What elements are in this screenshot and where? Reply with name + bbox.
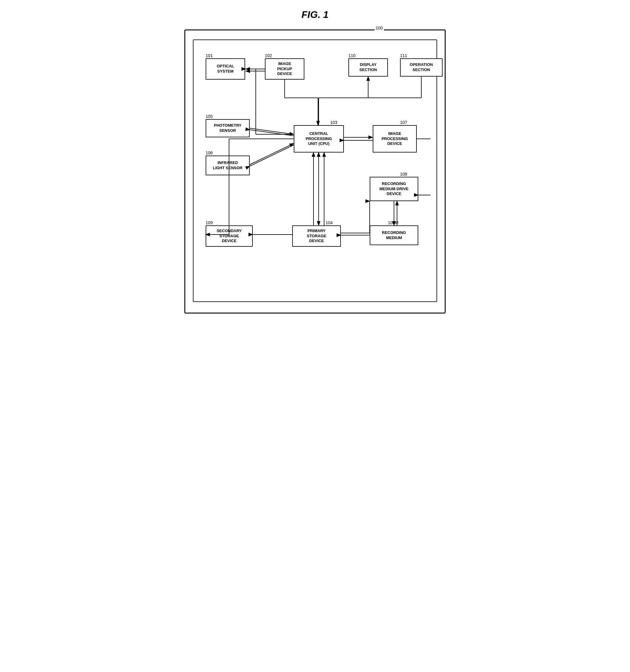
ref-103: 103 bbox=[330, 120, 337, 125]
page-container: FIG. 1 100 OPTICAL SYSTEM 101 IMAGE PICK… bbox=[178, 6, 452, 313]
ref-106: 106 bbox=[205, 150, 213, 155]
ref-101: 101 bbox=[205, 53, 213, 58]
block-optical-system: OPTICAL SYSTEM bbox=[205, 58, 245, 79]
diagram-outer: 100 OPTICAL SYSTEM 101 IMAGE PICKUP DEVI… bbox=[185, 29, 445, 313]
svg-line-18 bbox=[250, 145, 294, 166]
ref-111: 111 bbox=[400, 53, 407, 58]
ref-108m: 108M bbox=[388, 220, 398, 225]
block-image-processing: IMAGE PROCESSING DEVICE bbox=[373, 125, 417, 152]
ref-109: 109 bbox=[205, 220, 213, 225]
ref-110: 110 bbox=[348, 53, 356, 58]
ref-107: 107 bbox=[400, 120, 407, 125]
block-display-section: DISPLAY SECTION bbox=[348, 58, 388, 76]
block-photometry-sensor: PHOTOMETRY SENSOR bbox=[205, 119, 250, 137]
ref-108: 108 bbox=[400, 172, 407, 176]
diagram-inner: OPTICAL SYSTEM 101 IMAGE PICKUP DEVICE 1… bbox=[193, 40, 437, 302]
diagram-area: OPTICAL SYSTEM 101 IMAGE PICKUP DEVICE 1… bbox=[199, 46, 431, 295]
ref-100: 100 bbox=[374, 25, 384, 30]
svg-line-16 bbox=[250, 130, 294, 136]
block-recording-drive: RECORDING MEDIUM DRIVE DEVICE bbox=[370, 177, 418, 201]
ref-105: 105 bbox=[205, 114, 213, 119]
block-primary-storage: PRIMARY STORAGE DEVICE bbox=[292, 225, 341, 247]
ref-102: 102 bbox=[265, 53, 272, 58]
block-cpu: CENTRAL PROCESSING UNIT (CPU) bbox=[294, 125, 344, 152]
block-secondary-storage: SECONDARY STORAGE DEVICE bbox=[205, 225, 253, 247]
block-image-pickup: IMAGE PICKUP DEVICE bbox=[265, 58, 305, 79]
block-infrared-sensor: INFRARED LIGHT SENSOR bbox=[205, 155, 250, 175]
ref-104: 104 bbox=[325, 220, 333, 225]
svg-line-15 bbox=[250, 128, 294, 134]
page-title: FIG. 1 bbox=[178, 9, 452, 20]
block-operation-section: OPERATION SECTION bbox=[400, 58, 442, 76]
svg-line-17 bbox=[250, 143, 294, 165]
block-recording-medium: RECORDING MEDIUM bbox=[370, 225, 418, 245]
